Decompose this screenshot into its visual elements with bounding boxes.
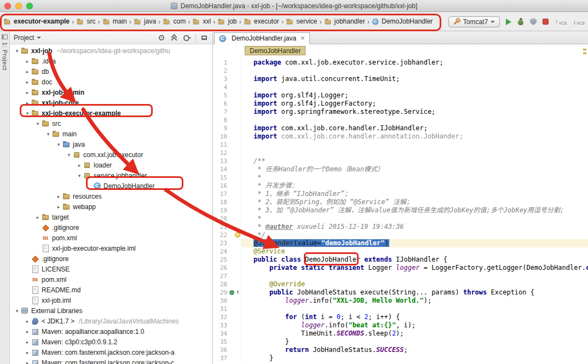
tree-item--idea[interactable]: ▸.idea xyxy=(10,56,212,66)
error-stripe-mark[interactable] xyxy=(583,53,586,54)
code-line[interactable]: 26 private static transient Logger logge… xyxy=(213,264,588,272)
code-line[interactable]: 24@Service xyxy=(213,247,588,256)
close-window-icon[interactable] xyxy=(4,3,11,9)
tree-expand-icon[interactable]: ▾ xyxy=(24,111,31,116)
code-text[interactable]: import com.xxl.job.core.handler.annotati… xyxy=(241,132,588,141)
code-text[interactable]: public class DemoJobHandler extends IJob… xyxy=(241,256,588,264)
code-text[interactable] xyxy=(241,141,588,149)
code-text[interactable]: */ xyxy=(241,231,588,239)
code-line[interactable]: 1package com.xxl.job.executor.service.jo… xyxy=(213,59,588,67)
tree-expand-icon[interactable]: ▾ xyxy=(76,173,83,178)
code-line[interactable]: 23@JobHander(value="demoJobHandler") xyxy=(213,239,588,247)
tree-item--jdk1-7-[interactable]: ▸< JDK1.7 >/Library/Java/JavaVirtualMach… xyxy=(10,316,212,326)
vcs-update-button[interactable]: ↓ VCS xyxy=(573,19,585,25)
editor-breadcrumb-class[interactable]: DemoJobHandler xyxy=(245,46,305,55)
tree-item-maven-com-fasterxml-jackson-core-jackson-a[interactable]: ▸Maven: com.fasterxml.jackson.core:jacks… xyxy=(10,347,212,357)
code-line[interactable]: 2 xyxy=(213,67,588,75)
code-line[interactable]: 6import org.slf4j.LoggerFactory; xyxy=(213,100,588,108)
code-line[interactable]: 19 * 3、加 “@JobHander” 注解，注解value值为新增任务生成… xyxy=(213,206,588,215)
code-text[interactable] xyxy=(241,83,588,91)
project-panel-title[interactable]: Project xyxy=(14,34,34,42)
tree-item-xxl-job-admin[interactable]: ▸xxl-job-admin xyxy=(10,87,212,97)
code-text[interactable]: } xyxy=(241,354,588,362)
code-text[interactable]: import org.slf4j.Logger; xyxy=(241,91,588,100)
tree-item--gitignore[interactable]: .gitignore xyxy=(10,222,212,233)
breadcrumb-item[interactable]: main xyxy=(101,16,128,26)
breadcrumb-item[interactable]: com xyxy=(162,16,187,26)
tree-item-pom-xml[interactable]: pom.xml xyxy=(10,274,212,285)
tree-item-doc[interactable]: ▸doc xyxy=(10,77,212,87)
tree-item--gitignore[interactable]: .gitignore xyxy=(10,253,212,264)
breadcrumb-item[interactable]: service xyxy=(285,16,318,26)
code-text[interactable]: import org.slf4j.LoggerFactory; xyxy=(241,100,588,108)
settings-gear-icon[interactable] xyxy=(182,33,191,42)
code-text[interactable]: import com.xxl.job.core.handler.IJobHand… xyxy=(241,124,588,132)
breadcrumb-item[interactable]: xxl xyxy=(191,16,212,26)
code-text[interactable]: TimeUnit.SECONDS.sleep(2); xyxy=(241,330,588,338)
tree-expand-icon[interactable]: ▸ xyxy=(24,350,31,355)
tool-window-icon[interactable] xyxy=(2,34,8,39)
code-line[interactable]: 10import com.xxl.job.core.handler.annota… xyxy=(213,132,588,141)
tree-expand-icon[interactable]: ▸ xyxy=(24,360,31,364)
tree-expand-icon[interactable]: ▾ xyxy=(55,142,62,147)
code-line[interactable]: 28 @Override xyxy=(213,280,588,288)
breadcrumb-item[interactable]: src xyxy=(75,16,96,26)
code-text[interactable]: @JobHander(value="demoJobHandler") xyxy=(241,239,588,247)
tree-item-maven-c3p0-c3p0-0-9-1-2[interactable]: ▸Maven: c3p0:c3p0:0.9.1.2 xyxy=(10,337,212,347)
intention-bulb-icon[interactable] xyxy=(235,232,240,238)
tree-expand-icon[interactable]: ▾ xyxy=(65,152,73,158)
code-text[interactable]: * 3、加 “@JobHander” 注解，注解value值为新增任务生成的Jo… xyxy=(241,206,588,215)
code-line[interactable]: 16 * 开发步骤： xyxy=(213,182,588,190)
code-line[interactable]: 22 */ xyxy=(213,231,588,239)
breadcrumb-item[interactable]: executor xyxy=(243,16,280,26)
code-line[interactable]: 5import org.slf4j.Logger; xyxy=(213,91,588,100)
code-text[interactable]: * xyxy=(241,174,588,182)
code-editor[interactable]: 1package com.xxl.job.executor.service.jo… xyxy=(213,56,588,364)
code-text[interactable]: for (int i = 0; i < 2; i++) { xyxy=(241,313,588,321)
tree-item-main[interactable]: ▾main xyxy=(10,129,212,139)
tree-item-src[interactable]: ▾src xyxy=(10,118,212,129)
tree-expand-icon[interactable]: ▸ xyxy=(24,79,31,85)
code-line[interactable]: 14 * 任务Handler的一个Demo（Bean模式） xyxy=(213,165,588,174)
tree-item-service-jobhandler[interactable]: ▾service.jobhandler xyxy=(10,170,212,181)
code-text[interactable]: * 任务Handler的一个Demo（Bean模式） xyxy=(241,165,588,174)
tree-expand-icon[interactable]: ▾ xyxy=(13,308,21,314)
code-text[interactable]: * @author xuxueli 2015-12-19 19:43:36 xyxy=(241,223,588,231)
stop-button[interactable] xyxy=(543,19,549,25)
code-line[interactable]: 35 } xyxy=(213,338,588,346)
tree-item-com-xxl-job-executor[interactable]: ▾com.xxl.job.executor xyxy=(10,149,212,160)
code-line[interactable]: 34 TimeUnit.SECONDS.sleep(2); xyxy=(213,330,588,338)
tree-item-readme-md[interactable]: README.md xyxy=(10,285,212,295)
code-text[interactable] xyxy=(241,305,588,313)
hide-panel-icon[interactable] xyxy=(200,33,209,42)
breadcrumb-item[interactable]: java xyxy=(132,16,157,26)
minimize-window-icon[interactable] xyxy=(15,3,22,9)
tree-item-webapp[interactable]: ▸webapp xyxy=(10,201,212,212)
tree-expand-icon[interactable]: ▸ xyxy=(24,59,31,64)
code-line[interactable]: 17 * 1、继承 “IJobHandler”； xyxy=(213,190,588,198)
tree-expand-icon[interactable]: ▸ xyxy=(24,319,31,324)
code-text[interactable]: logger.info("beat at:{}", i); xyxy=(241,321,588,330)
breadcrumb-item[interactable]: jobhandler xyxy=(323,16,366,26)
code-text[interactable]: return JobHandleStatus.SUCCESS; xyxy=(241,346,588,354)
code-line[interactable]: 12 xyxy=(213,149,588,157)
tree-item-pom-xml[interactable]: pom.xml xyxy=(10,233,212,243)
code-line[interactable]: 7import org.springframework.stereotype.S… xyxy=(213,108,588,116)
zoom-window-icon[interactable] xyxy=(26,3,33,9)
tree-item-external-libraries[interactable]: ▾External Libraries xyxy=(10,305,212,316)
override-arrow-icon[interactable]: ↑ xyxy=(236,288,240,296)
code-text[interactable]: import java.util.concurrent.TimeUnit; xyxy=(241,75,588,83)
close-tab-icon[interactable]: × xyxy=(301,35,305,42)
run-configuration-select[interactable]: Tomcat7 xyxy=(448,16,500,27)
code-line[interactable]: 20 * xyxy=(213,215,588,223)
tool-window-button-project[interactable]: 1: Project xyxy=(2,42,8,70)
tree-item-license[interactable]: LICENSE xyxy=(10,264,212,274)
override-marker-icon[interactable] xyxy=(229,290,234,295)
code-line[interactable]: 11 xyxy=(213,141,588,149)
tree-expand-icon[interactable]: ▸ xyxy=(34,215,42,220)
code-text[interactable]: * xyxy=(241,215,588,223)
code-text[interactable] xyxy=(241,116,588,124)
code-text[interactable] xyxy=(241,149,588,157)
tree-expand-icon[interactable]: ▸ xyxy=(76,163,83,168)
coverage-button[interactable] xyxy=(530,18,537,25)
